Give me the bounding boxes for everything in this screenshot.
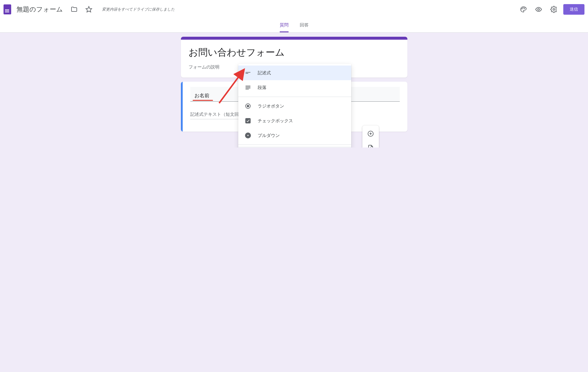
svg-rect-13 bbox=[246, 73, 248, 74]
dropdown-separator bbox=[238, 145, 351, 145]
app-header: 無題のフォーム 変更内容をすべてドライブに保存しました 送信 bbox=[0, 0, 588, 19]
star-icon bbox=[85, 6, 92, 13]
form-title[interactable]: お問い合わせフォーム bbox=[189, 46, 400, 60]
svg-point-1 bbox=[522, 9, 522, 9]
move-to-folder-button[interactable] bbox=[68, 4, 80, 15]
svg-point-3 bbox=[524, 8, 525, 9]
svg-rect-16 bbox=[246, 88, 251, 88]
save-status: 変更内容をすべてドライブに保存しました bbox=[98, 7, 175, 12]
floating-toolbar bbox=[362, 125, 379, 148]
dropdown-separator bbox=[238, 97, 351, 97]
plus-circle-icon bbox=[367, 130, 374, 138]
forms-logo-icon bbox=[4, 4, 11, 14]
type-label: チェックボックス bbox=[258, 118, 293, 124]
palette-icon bbox=[520, 6, 527, 13]
short-answer-icon bbox=[245, 70, 251, 76]
import-icon bbox=[367, 144, 374, 148]
folder-icon bbox=[71, 6, 78, 13]
svg-rect-15 bbox=[246, 87, 251, 87]
type-radio[interactable]: ラジオボタン bbox=[238, 99, 351, 113]
svg-rect-12 bbox=[246, 72, 251, 73]
form-canvas: お問い合わせフォーム フォームの説明 お名前 記述式テキスト（短文回答） bbox=[0, 33, 588, 148]
dropdown-icon bbox=[245, 132, 251, 139]
tab-questions[interactable]: 質問 bbox=[280, 19, 289, 32]
document-title[interactable]: 無題のフォーム bbox=[14, 4, 65, 15]
svg-rect-17 bbox=[246, 89, 249, 90]
type-file-upload[interactable]: ファイルのアップロード先 bbox=[238, 147, 351, 148]
svg-marker-18 bbox=[247, 135, 249, 136]
eye-icon bbox=[535, 6, 542, 13]
type-label: 記述式 bbox=[258, 70, 271, 76]
type-label: プルダウン bbox=[258, 133, 280, 138]
import-questions-button[interactable] bbox=[364, 142, 377, 148]
star-button[interactable] bbox=[83, 4, 95, 15]
send-button[interactable]: 送信 bbox=[563, 4, 584, 15]
gear-icon bbox=[550, 6, 557, 13]
svg-point-2 bbox=[523, 8, 523, 8]
paragraph-icon bbox=[245, 84, 251, 91]
svg-marker-0 bbox=[86, 6, 92, 12]
checkbox-icon bbox=[245, 118, 251, 124]
svg-point-5 bbox=[553, 9, 555, 10]
settings-button[interactable] bbox=[548, 4, 560, 15]
svg-point-4 bbox=[538, 9, 539, 10]
type-dropdown[interactable]: プルダウン bbox=[238, 128, 351, 143]
editor-tabs: 質問 回答 bbox=[0, 19, 588, 33]
type-label: ラジオボタン bbox=[258, 103, 284, 109]
type-short-answer[interactable]: 記述式 bbox=[238, 66, 351, 80]
svg-rect-14 bbox=[246, 86, 251, 86]
type-paragraph[interactable]: 段落 bbox=[238, 80, 351, 95]
tab-responses[interactable]: 回答 bbox=[300, 19, 309, 32]
question-type-dropdown: 記述式 段落 ラジオボタン チェックボックス プルダウン bbox=[238, 64, 351, 148]
question-title-text: お名前 bbox=[194, 92, 209, 99]
preview-button[interactable] bbox=[533, 4, 544, 15]
customize-theme-button[interactable] bbox=[517, 4, 529, 15]
radio-icon bbox=[245, 103, 251, 109]
type-checkbox[interactable]: チェックボックス bbox=[238, 113, 351, 128]
type-label: 段落 bbox=[258, 85, 266, 91]
add-question-button[interactable] bbox=[364, 128, 377, 141]
